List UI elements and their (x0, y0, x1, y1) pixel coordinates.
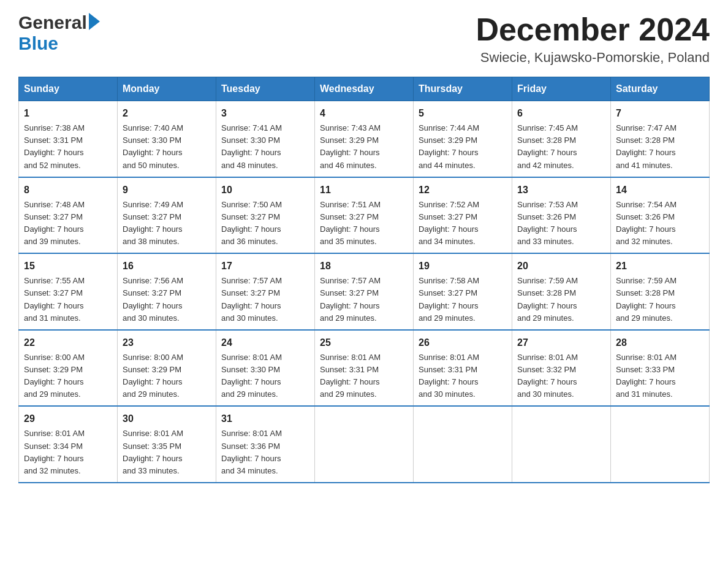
calendar-cell (414, 406, 512, 483)
day-info: Sunrise: 7:38 AMSunset: 3:31 PMDaylight:… (24, 122, 112, 172)
day-info: Sunrise: 8:01 AMSunset: 3:30 PMDaylight:… (221, 351, 309, 401)
col-friday: Friday (512, 77, 611, 101)
calendar-cell: 18Sunrise: 7:57 AMSunset: 3:27 PMDayligh… (315, 253, 414, 330)
calendar-cell: 26Sunrise: 8:01 AMSunset: 3:31 PMDayligh… (414, 330, 512, 407)
day-number: 5 (419, 106, 507, 121)
calendar-cell: 11Sunrise: 7:51 AMSunset: 3:27 PMDayligh… (315, 177, 414, 254)
day-info: Sunrise: 7:51 AMSunset: 3:27 PMDaylight:… (320, 199, 408, 248)
day-number: 9 (123, 183, 211, 197)
calendar-cell: 22Sunrise: 8:00 AMSunset: 3:29 PMDayligh… (19, 330, 118, 407)
day-number: 22 (24, 335, 112, 350)
day-info: Sunrise: 7:47 AMSunset: 3:28 PMDaylight:… (616, 122, 704, 172)
day-info: Sunrise: 8:01 AMSunset: 3:31 PMDaylight:… (419, 351, 507, 401)
day-info: Sunrise: 7:58 AMSunset: 3:27 PMDaylight:… (419, 275, 507, 324)
day-number: 20 (517, 259, 605, 274)
day-number: 21 (616, 259, 704, 274)
day-number: 11 (320, 183, 408, 197)
day-info: Sunrise: 7:45 AMSunset: 3:28 PMDaylight:… (517, 122, 605, 172)
calendar-cell: 23Sunrise: 8:00 AMSunset: 3:29 PMDayligh… (118, 330, 216, 407)
calendar-cell: 14Sunrise: 7:54 AMSunset: 3:26 PMDayligh… (611, 177, 710, 254)
calendar-cell: 12Sunrise: 7:52 AMSunset: 3:27 PMDayligh… (414, 177, 512, 254)
day-info: Sunrise: 7:50 AMSunset: 3:27 PMDaylight:… (221, 199, 309, 248)
day-number: 19 (419, 259, 507, 274)
col-sunday: Sunday (19, 77, 118, 101)
calendar-cell: 2Sunrise: 7:40 AMSunset: 3:30 PMDaylight… (118, 101, 216, 177)
day-info: Sunrise: 7:40 AMSunset: 3:30 PMDaylight:… (123, 122, 211, 172)
calendar-cell (315, 406, 414, 483)
day-info: Sunrise: 8:00 AMSunset: 3:29 PMDaylight:… (24, 351, 112, 401)
calendar-table: Sunday Monday Tuesday Wednesday Thursday… (18, 77, 710, 483)
calendar-cell: 21Sunrise: 7:59 AMSunset: 3:28 PMDayligh… (611, 253, 710, 330)
calendar-cell: 1Sunrise: 7:38 AMSunset: 3:31 PMDaylight… (19, 101, 118, 177)
page-header: General Blue December 2024 Swiecie, Kuja… (18, 12, 710, 66)
calendar-cell: 15Sunrise: 7:55 AMSunset: 3:27 PMDayligh… (19, 253, 118, 330)
location-subtitle: Swiecie, Kujawsko-Pomorskie, Poland (476, 50, 710, 66)
col-monday: Monday (118, 77, 216, 101)
day-info: Sunrise: 7:57 AMSunset: 3:27 PMDaylight:… (320, 275, 408, 324)
day-info: Sunrise: 8:01 AMSunset: 3:33 PMDaylight:… (616, 351, 704, 401)
calendar-cell: 5Sunrise: 7:44 AMSunset: 3:29 PMDaylight… (414, 101, 512, 177)
day-number: 2 (123, 106, 211, 121)
day-info: Sunrise: 8:01 AMSunset: 3:31 PMDaylight:… (320, 351, 408, 401)
day-info: Sunrise: 7:56 AMSunset: 3:27 PMDaylight:… (123, 275, 211, 324)
calendar-week-row: 22Sunrise: 8:00 AMSunset: 3:29 PMDayligh… (19, 330, 710, 407)
day-number: 7 (616, 106, 704, 121)
title-block: December 2024 Swiecie, Kujawsko-Pomorski… (476, 12, 710, 66)
day-info: Sunrise: 7:48 AMSunset: 3:27 PMDaylight:… (24, 199, 112, 248)
calendar-cell: 30Sunrise: 8:01 AMSunset: 3:35 PMDayligh… (118, 406, 216, 483)
calendar-cell: 19Sunrise: 7:58 AMSunset: 3:27 PMDayligh… (414, 253, 512, 330)
calendar-cell: 3Sunrise: 7:41 AMSunset: 3:30 PMDaylight… (216, 101, 315, 177)
day-info: Sunrise: 8:01 AMSunset: 3:36 PMDaylight:… (221, 427, 309, 477)
calendar-cell: 6Sunrise: 7:45 AMSunset: 3:28 PMDaylight… (512, 101, 611, 177)
calendar-cell: 31Sunrise: 8:01 AMSunset: 3:36 PMDayligh… (216, 406, 315, 483)
day-number: 3 (221, 106, 309, 121)
day-info: Sunrise: 7:44 AMSunset: 3:29 PMDaylight:… (419, 122, 507, 172)
logo-general-text: General (18, 12, 87, 33)
calendar-week-row: 15Sunrise: 7:55 AMSunset: 3:27 PMDayligh… (19, 253, 710, 330)
day-info: Sunrise: 7:53 AMSunset: 3:26 PMDaylight:… (517, 199, 605, 248)
calendar-week-row: 29Sunrise: 8:01 AMSunset: 3:34 PMDayligh… (19, 406, 710, 483)
calendar-cell (611, 406, 710, 483)
day-number: 30 (123, 412, 211, 426)
day-number: 16 (123, 259, 211, 274)
day-info: Sunrise: 7:49 AMSunset: 3:27 PMDaylight:… (123, 199, 211, 248)
calendar-cell: 27Sunrise: 8:01 AMSunset: 3:32 PMDayligh… (512, 330, 611, 407)
calendar-cell: 8Sunrise: 7:48 AMSunset: 3:27 PMDaylight… (19, 177, 118, 254)
calendar-cell: 7Sunrise: 7:47 AMSunset: 3:28 PMDaylight… (611, 101, 710, 177)
day-number: 6 (517, 106, 605, 121)
logo: General Blue (18, 12, 100, 54)
calendar-cell (512, 406, 611, 483)
calendar-cell: 20Sunrise: 7:59 AMSunset: 3:28 PMDayligh… (512, 253, 611, 330)
day-number: 1 (24, 106, 112, 121)
day-info: Sunrise: 7:59 AMSunset: 3:28 PMDaylight:… (616, 275, 704, 324)
day-info: Sunrise: 7:57 AMSunset: 3:27 PMDaylight:… (221, 275, 309, 324)
day-number: 15 (24, 259, 112, 274)
calendar-header: Sunday Monday Tuesday Wednesday Thursday… (19, 77, 710, 101)
col-saturday: Saturday (611, 77, 710, 101)
day-info: Sunrise: 8:01 AMSunset: 3:32 PMDaylight:… (517, 351, 605, 401)
calendar-cell: 29Sunrise: 8:01 AMSunset: 3:34 PMDayligh… (19, 406, 118, 483)
calendar-cell: 13Sunrise: 7:53 AMSunset: 3:26 PMDayligh… (512, 177, 611, 254)
col-wednesday: Wednesday (315, 77, 414, 101)
day-info: Sunrise: 7:54 AMSunset: 3:26 PMDaylight:… (616, 199, 704, 248)
day-info: Sunrise: 8:01 AMSunset: 3:34 PMDaylight:… (24, 427, 112, 477)
day-number: 23 (123, 335, 211, 350)
calendar-week-row: 8Sunrise: 7:48 AMSunset: 3:27 PMDaylight… (19, 177, 710, 254)
calendar-cell: 10Sunrise: 7:50 AMSunset: 3:27 PMDayligh… (216, 177, 315, 254)
day-info: Sunrise: 7:43 AMSunset: 3:29 PMDaylight:… (320, 122, 408, 172)
day-info: Sunrise: 7:41 AMSunset: 3:30 PMDaylight:… (221, 122, 309, 172)
month-title: December 2024 (476, 12, 710, 47)
header-row: Sunday Monday Tuesday Wednesday Thursday… (19, 77, 710, 101)
day-number: 18 (320, 259, 408, 274)
col-tuesday: Tuesday (216, 77, 315, 101)
day-info: Sunrise: 7:55 AMSunset: 3:27 PMDaylight:… (24, 275, 112, 324)
day-number: 14 (616, 183, 704, 197)
day-info: Sunrise: 7:59 AMSunset: 3:28 PMDaylight:… (517, 275, 605, 324)
calendar-cell: 17Sunrise: 7:57 AMSunset: 3:27 PMDayligh… (216, 253, 315, 330)
calendar-cell: 28Sunrise: 8:01 AMSunset: 3:33 PMDayligh… (611, 330, 710, 407)
calendar-body: 1Sunrise: 7:38 AMSunset: 3:31 PMDaylight… (19, 101, 710, 483)
logo-arrow-icon (89, 13, 100, 30)
logo-blue-text: Blue (18, 33, 58, 53)
day-number: 13 (517, 183, 605, 197)
day-number: 26 (419, 335, 507, 350)
